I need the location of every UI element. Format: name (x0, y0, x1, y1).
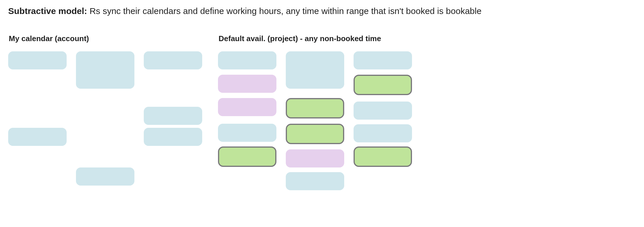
green-block (218, 146, 276, 167)
blue-block (8, 51, 67, 69)
blue-block (8, 128, 67, 146)
heading-strong: Subtractive model: (8, 6, 87, 16)
calendar-grid-left (8, 51, 201, 206)
blue-block (286, 172, 344, 190)
calendar-grid-right (218, 51, 417, 206)
green-block (354, 75, 412, 95)
panel-my-calendar: My calendar (account) (8, 34, 201, 206)
blue-block (354, 51, 412, 69)
heading-rest: Rs sync their calendars and define worki… (87, 6, 482, 16)
blue-block (144, 128, 202, 146)
blue-block (218, 51, 276, 69)
green-block (286, 98, 344, 118)
green-block (354, 146, 412, 167)
blue-block (286, 51, 344, 89)
green-block (286, 124, 344, 144)
panel-title-left: My calendar (account) (9, 34, 201, 43)
panel-title-right: Default avail. (project) - any non-booke… (219, 34, 417, 43)
purple-block (286, 149, 344, 167)
blue-block (354, 124, 412, 142)
panel-default-avail: Default avail. (project) - any non-booke… (218, 34, 417, 206)
blue-block (218, 124, 276, 142)
blue-block (76, 167, 134, 186)
blue-block (144, 107, 202, 125)
page-heading: Subtractive model: Rs sync their calenda… (8, 5, 636, 17)
purple-block (218, 98, 276, 116)
purple-block (218, 75, 276, 93)
blue-block (76, 51, 134, 89)
blue-block (144, 51, 202, 69)
blue-block (354, 102, 412, 120)
panels: My calendar (account) Default avail. (pr… (8, 34, 636, 206)
